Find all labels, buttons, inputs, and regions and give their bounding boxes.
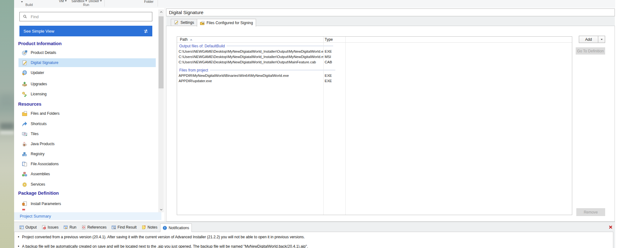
project-summary-bar[interactable]: Project Summary [14,212,161,220]
close-panel-icon[interactable] [609,225,613,229]
wallpaper-detail [0,131,14,134]
table-row[interactable]: C:\Users\NEWGAME\Desktop\MyNewDIgiatalWo… [177,54,572,59]
sidebar-item-shortcuts[interactable]: Shortcuts [18,119,156,128]
desktop-wallpaper [0,0,14,248]
tab-issues[interactable]: Issues [39,224,61,231]
see-simple-view-button[interactable]: See Simple View [19,26,152,36]
table-row[interactable]: C:\Users\NEWGAME\Desktop\MyNewDIgiatalWo… [177,49,572,54]
sidebar-item-upgrades[interactable]: Upgrades [18,80,156,88]
go-to-definition-button[interactable]: Go To Definition [576,47,605,55]
sidebar: See Simple View Product Information Prod… [14,8,165,222]
group-header-output-files: Output files of: DefaultBuild [177,43,572,49]
notification-message: • Project converted from a previous vers… [14,235,305,239]
partial-item-icon [22,209,25,210]
notifications-message-area: • Project converted from a previous vers… [14,232,613,248]
sidebar-item-assemblies[interactable]: Assemblies [18,170,156,178]
chevron-down-icon [100,0,102,2]
tab-references[interactable]: References [79,224,109,231]
services-icon [22,182,27,187]
table-row[interactable]: APPDIR\MyNewDigitalWorld\Binaries\Win64\… [177,73,572,78]
section-package-definition: Package Definition [18,191,59,196]
section-product-information: Product Information [18,41,62,47]
bullet: • [18,235,19,239]
tab-notifications[interactable]: Notifications [160,224,191,232]
notes-icon [142,225,146,230]
sidebar-scrollbar[interactable] [158,9,164,212]
sidebar-item-product-details[interactable]: Product Details [18,48,156,57]
sidebar-item-registry[interactable]: Registry [18,150,156,158]
tab-files-configured-for-signing[interactable]: Files Configured for Signing [197,19,256,27]
find-result-icon [112,225,116,230]
table-row[interactable]: C:\Users\NEWGAME\Desktop\MyNewDIgiatalWo… [177,59,572,65]
section-resources: Resources [18,102,41,107]
sidebar-item-updater[interactable]: Updater [18,68,156,77]
main-panel: Digital Signature Settings Files Configu… [165,8,615,222]
add-dropdown-arrow[interactable] [598,36,605,43]
sidebar-item-tiles[interactable]: Tiles [18,129,156,138]
output-icon [19,225,24,230]
bullet: • [18,244,19,248]
wallpaper-detail [0,94,14,107]
column-divider [323,37,324,215]
files-and-folders-icon [22,111,27,116]
scroll-up-icon[interactable] [158,9,164,15]
see-simple-view-label: See Simple View [24,29,54,34]
project-summary-label: Project Summary [20,214,51,219]
sidebar-item-install-parameters[interactable]: Install Parameters [18,199,156,208]
chevron-down-icon [85,0,87,2]
digital-signature-icon [22,60,27,66]
files-table[interactable]: Path Type Output files of: DefaultBuild … [177,36,572,215]
remove-button[interactable]: Remove [576,208,605,216]
tab-settings[interactable]: Settings [171,19,197,26]
find-input[interactable] [30,14,152,19]
tab-find-result[interactable]: Find Result [109,224,139,231]
sidebar-item-java-products[interactable]: Java Products [18,140,156,148]
table-row[interactable]: APPDIR\updater.exe EXE [177,78,572,83]
add-button[interactable]: Add [579,36,605,43]
wallpaper-detail [0,123,14,130]
issues-icon [42,225,46,230]
sidebar-item-services[interactable]: Services [18,180,156,189]
bottom-tab-bar: Output Issues Run References [17,224,192,232]
column-divider [345,37,346,215]
bottom-panel: • Project converted from a previous vers… [14,222,615,248]
ribbon: Build VM Sandbox Docker Run Folder [14,0,615,8]
java-products-icon [22,141,27,147]
path-column-header[interactable]: Path [177,37,323,42]
sidebar-item-file-associations[interactable]: File Associations [18,160,156,168]
page-title: Digital Signature [169,10,203,15]
table-header-row: Path Type [177,37,572,43]
sandbox-dropdown[interactable]: Sandbox [71,0,87,3]
file-associations-icon [22,161,27,167]
settings-tab-icon [174,20,179,25]
chevron-down-icon [601,39,603,40]
sidebar-item-digital-signature[interactable]: Digital Signature [18,58,156,67]
updater-icon [22,70,27,76]
sort-ascending-icon [190,39,192,40]
tab-notes[interactable]: Notes [139,224,160,231]
product-details-icon [22,50,27,55]
vm-dropdown[interactable]: VM [59,0,67,3]
ribbon-folder-button[interactable]: Folder [144,0,154,3]
ribbon-divider [104,0,105,7]
tab-content: Path Type Output files of: DefaultBuild … [166,26,615,222]
notification-message: • A backup file will be automatically cr… [14,244,308,248]
build-split-caret-icon[interactable] [21,1,23,3]
references-icon [81,225,86,230]
sidebar-item-files-and-folders[interactable]: Files and Folders [18,109,156,118]
type-column-header[interactable]: Type [323,37,345,42]
tab-output[interactable]: Output [17,224,39,231]
tiles-icon [22,131,27,137]
search-icon [23,14,27,19]
scrollbar-thumb[interactable] [159,16,164,88]
tab-run[interactable]: Run [61,224,79,231]
scroll-down-icon[interactable] [158,207,164,212]
sidebar-item-licensing[interactable]: Licensing [18,90,156,98]
group-header-files-from-project: Files from project [177,67,572,73]
folder-signing-tab-icon [200,21,205,25]
docker-dropdown[interactable]: Docker [89,0,102,3]
swap-arrows-icon [144,29,148,34]
shortcuts-icon [22,121,27,127]
chevron-down-icon [65,0,67,2]
ribbon-group-build: Build [24,3,35,7]
